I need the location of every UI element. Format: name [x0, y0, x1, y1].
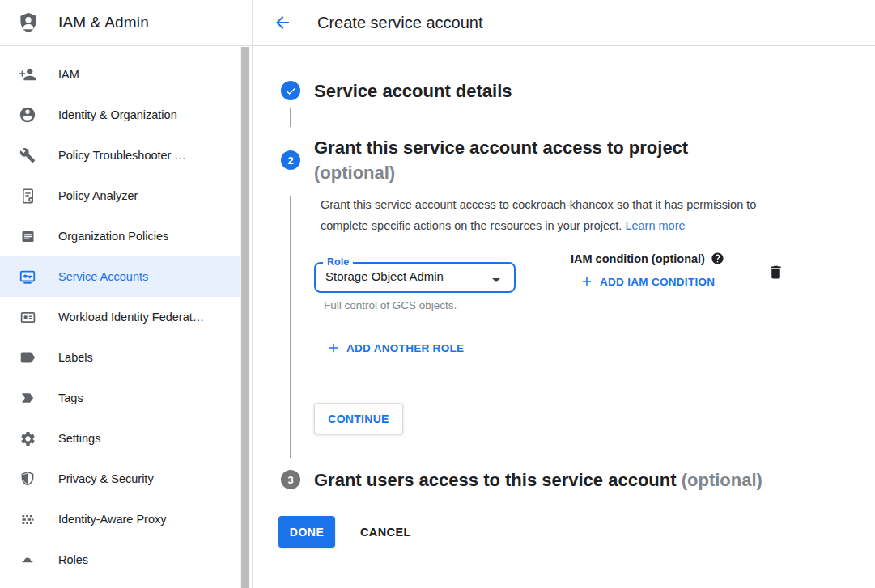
app-title: IAM & Admin — [58, 14, 149, 32]
tag-arrow-icon — [18, 388, 37, 408]
person-add-icon — [18, 65, 37, 84]
sidebar-item-label: Identity-Aware Proxy — [58, 513, 167, 526]
done-button[interactable]: DONE — [278, 516, 335, 548]
step2-number: 2 — [287, 154, 293, 167]
help-icon[interactable] — [711, 252, 724, 265]
step-connector-line — [290, 108, 291, 127]
step2-description: Grant this service account access to coc… — [321, 195, 794, 236]
role-select[interactable]: Role Storage Object Admin — [314, 262, 516, 293]
check-icon — [285, 85, 297, 97]
sidebar-item-label: Privacy & Security — [58, 472, 154, 485]
iam-condition-label-row: IAM condition (optional) — [571, 252, 724, 265]
page-header: Create service account — [253, 0, 875, 46]
sidebar-item-label: Identity & Organization — [58, 108, 177, 121]
plus-icon — [580, 274, 594, 289]
sidebar-item-policy-analyzer[interactable]: Policy Analyzer — [0, 176, 240, 216]
role-field-label: Role — [323, 256, 353, 269]
sidebar-item-policy-troubleshooter[interactable]: Policy Troubleshooter … — [0, 135, 240, 176]
sidebar-item-identity-aware-proxy[interactable]: Identity-Aware Proxy — [0, 499, 240, 539]
sidebar-scrollbar-track — [240, 47, 250, 588]
arrow-back-icon — [273, 13, 292, 32]
add-iam-condition-label: ADD IAM CONDITION — [600, 276, 715, 288]
step3-title: Grant users access to this service accou… — [314, 470, 677, 490]
proxy-grid-icon — [18, 510, 37, 529]
step-connector-line — [290, 196, 291, 458]
sidebar-item-privacy-security[interactable]: Privacy & Security — [0, 459, 240, 499]
sidebar-item-label: Labels — [58, 351, 93, 364]
sidebar-scrollbar-thumb[interactable] — [241, 47, 249, 588]
list-document-icon — [18, 226, 37, 246]
service-account-key-icon — [18, 267, 37, 286]
step3-number: 3 — [287, 474, 293, 486]
sidebar-header: IAM & Admin — [0, 0, 252, 46]
hat-icon — [18, 550, 37, 569]
sidebar-item-label: Policy Analyzer — [58, 189, 138, 202]
delete-role-button[interactable] — [767, 264, 784, 283]
add-another-role-label: ADD ANOTHER ROLE — [346, 342, 464, 354]
plus-icon — [326, 341, 341, 355]
sidebar-item-labels[interactable]: Labels — [0, 337, 240, 378]
add-iam-condition-button[interactable]: ADD IAM CONDITION — [580, 274, 715, 289]
step3-optional-label: (optional) — [682, 470, 762, 490]
sidebar-item-label: Organization Policies — [58, 230, 168, 243]
role-helper-text: Full control of GCS objects. — [324, 299, 457, 311]
label-tag-icon — [18, 348, 37, 367]
sidebar: IAM & Admin IAM Identity & Organization … — [0, 0, 253, 588]
step2-optional-label: (optional) — [314, 160, 688, 185]
trash-icon — [767, 264, 784, 283]
step3-badge: 3 — [281, 470, 300, 489]
iam-admin-shield-icon — [17, 11, 40, 35]
step1-title: Service account details — [314, 78, 512, 104]
sidebar-nav: IAM Identity & Organization Policy Troub… — [0, 46, 240, 580]
sidebar-item-workload-identity-federation[interactable]: Workload Identity Federat… — [0, 297, 240, 337]
sidebar-item-roles[interactable]: Roles — [0, 539, 240, 580]
sidebar-item-identity-organization[interactable]: Identity & Organization — [0, 95, 240, 135]
sidebar-item-label: Policy Troubleshooter … — [58, 149, 186, 162]
step2-title: Grant this service account access to pro… — [314, 135, 688, 160]
learn-more-link[interactable]: Learn more — [625, 219, 685, 232]
sidebar-item-tags[interactable]: Tags — [0, 378, 240, 418]
account-circle-icon — [18, 105, 37, 125]
page-title: Create service account — [317, 14, 483, 32]
iam-condition-label: IAM condition (optional) — [571, 252, 705, 265]
step1-completed-badge — [281, 81, 300, 100]
sidebar-item-label: IAM — [58, 68, 79, 81]
role-selected-value: Storage Object Admin — [325, 269, 444, 283]
sidebar-item-label: Workload Identity Federat… — [58, 311, 204, 324]
sidebar-item-service-accounts[interactable]: Service Accounts — [0, 256, 240, 297]
gear-icon — [18, 429, 37, 448]
document-gear-icon — [18, 186, 37, 205]
back-button[interactable] — [273, 13, 292, 32]
half-shield-icon — [18, 469, 37, 489]
sidebar-item-settings[interactable]: Settings — [0, 418, 240, 459]
dropdown-arrow-icon — [486, 270, 506, 290]
main-panel: Create service account Service account d… — [253, 0, 875, 588]
sidebar-item-organization-policies[interactable]: Organization Policies — [0, 216, 240, 256]
sidebar-item-label: Roles — [58, 553, 88, 566]
wrench-icon — [18, 146, 37, 165]
add-another-role-button[interactable]: ADD ANOTHER ROLE — [326, 341, 464, 355]
continue-button[interactable]: CONTINUE — [314, 403, 403, 434]
step3-heading: Grant users access to this service accou… — [314, 467, 762, 493]
sidebar-item-label: Service Accounts — [58, 270, 148, 283]
cancel-button[interactable]: CANCEL — [347, 516, 424, 548]
sidebar-item-label: Settings — [58, 432, 100, 445]
step2-description-text: Grant this service account access to coc… — [321, 198, 756, 232]
identity-card-icon — [18, 307, 37, 327]
sidebar-item-iam[interactable]: IAM — [0, 54, 240, 95]
step2-badge: 2 — [281, 150, 300, 170]
step2-heading: Grant this service account access to pro… — [314, 135, 688, 185]
sidebar-item-label: Tags — [58, 391, 83, 404]
